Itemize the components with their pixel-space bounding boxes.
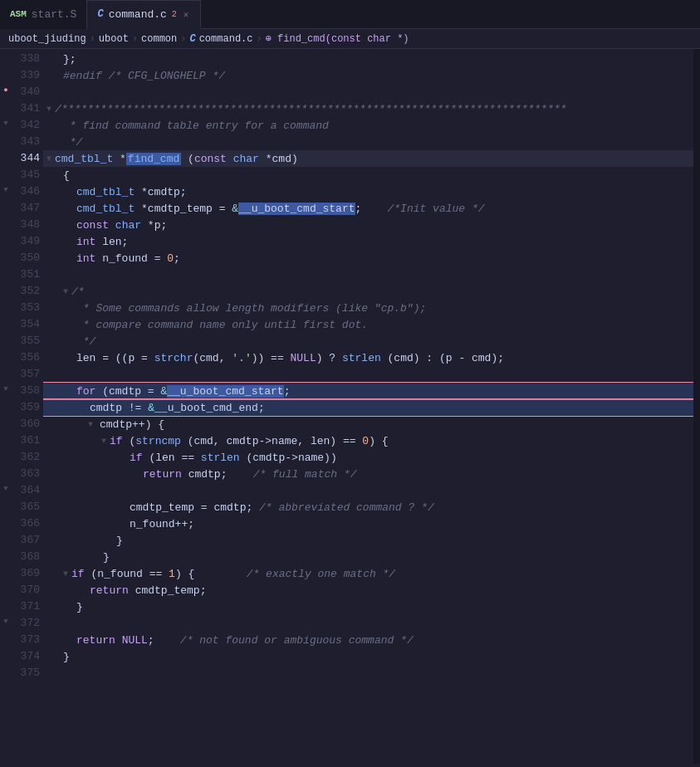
code-line-355: */ — [43, 333, 693, 349]
c-icon: C — [97, 8, 103, 20]
code-line-352: ▼/* — [43, 283, 693, 300]
breadcrumb-c-icon: C — [189, 33, 195, 45]
breadcrumb-function[interactable]: ⊕ find_cmd(const char *) — [266, 32, 409, 45]
code-line-369: ▼if (n_found == 1) { /* exactly one matc… — [43, 565, 693, 582]
tab-asm[interactable]: ASM start.S — [0, 0, 87, 29]
asm-icon: ASM — [10, 9, 27, 19]
gutter: ● ▼ ▼ ▼ ▼ ▼ — [0, 49, 12, 764]
code-line-347: cmd_tbl_t *cmdtp_temp = &__u_boot_cmd_st… — [43, 200, 693, 217]
code-line-342: * find command table entry for a command — [43, 117, 693, 134]
breakpoint-dot[interactable]: ● — [0, 82, 12, 99]
code-line-370: return cmdtp_temp; — [43, 582, 693, 598]
code-line-357 — [43, 366, 693, 383]
code-line-346: cmd_tbl_t *cmdtp; — [43, 183, 693, 200]
code-line-351 — [43, 266, 693, 283]
tab-bar: ASM start.S C command.c 2 ✕ — [0, 0, 700, 29]
code-line-372 — [43, 615, 693, 632]
code-line-365: cmdtp_temp = cmdtp; /* abbreviated comma… — [43, 499, 693, 515]
breadcrumb-uboot[interactable]: uboot — [99, 33, 129, 45]
breadcrumb: uboot_jiuding › uboot › common › C comma… — [0, 29, 700, 49]
breadcrumb-file[interactable]: command.c — [199, 33, 253, 45]
code-line-358: for (cmdtp = &__u_boot_cmd_start; — [43, 383, 693, 399]
tab-close-button[interactable]: ✕ — [182, 8, 191, 21]
code-line-364 — [43, 482, 693, 499]
code-lines: }; #endif /* CFG_LONGHELP */ ▼/*********… — [43, 49, 693, 764]
tab-c-label: command.c — [109, 8, 167, 21]
code-line-354: * compare command name only until first … — [43, 316, 693, 333]
tab-c[interactable]: C command.c 2 ✕ — [87, 0, 201, 29]
code-line-348: const char *p; — [43, 217, 693, 233]
code-line-373: return NULL; /* not found or ambiguous c… — [43, 632, 693, 648]
code-line-375 — [43, 665, 693, 682]
code-line-349: int len; — [43, 233, 693, 250]
code-area: ● ▼ ▼ ▼ ▼ ▼ 338 — [0, 49, 700, 764]
code-line-338: }; — [43, 51, 693, 67]
code-line-341: ▼/**************************************… — [43, 100, 693, 117]
breadcrumb-root[interactable]: uboot_jiuding — [8, 33, 86, 45]
code-line-350: int n_found = 0; — [43, 250, 693, 266]
code-line-360: ▼cmdtp++) { — [43, 416, 693, 432]
line-numbers: 338 339 340 341 342 343 344 345 346 347 … — [12, 49, 43, 764]
code-line-339: #endif /* CFG_LONGHELP */ — [43, 67, 693, 84]
code-line-362: if (len == strlen (cmdtp->name)) — [43, 449, 693, 466]
breadcrumb-common[interactable]: common — [141, 33, 177, 45]
code-line-366: n_found++; — [43, 515, 693, 532]
code-line-345: { — [43, 167, 693, 183]
code-line-343: */ — [43, 134, 693, 150]
code-line-371: } — [43, 598, 693, 615]
code-line-356: len = ((p = strchr(cmd, '.')) == NULL) ?… — [43, 349, 693, 366]
vertical-scrollbar[interactable] — [693, 49, 700, 764]
code-line-361: ▼if (strncmp (cmd, cmdtp->name, len) == … — [43, 432, 693, 449]
tab-modified-badge: 2 — [172, 10, 177, 19]
code-line-359: cmdtp != &__u_boot_cmd_end; — [43, 399, 693, 416]
code-line-363: return cmdtp; /* full match */ — [43, 466, 693, 482]
code-line-344: ▼cmd_tbl_t *find_cmd (const char *cmd) — [43, 150, 693, 167]
tab-asm-label: start.S — [32, 8, 77, 21]
code-line-353: * Some commands allow length modifiers (… — [43, 300, 693, 316]
code-line-367: } — [43, 532, 693, 549]
code-line-340 — [43, 84, 693, 100]
code-line-374: } — [43, 648, 693, 665]
code-line-368: } — [43, 549, 693, 565]
